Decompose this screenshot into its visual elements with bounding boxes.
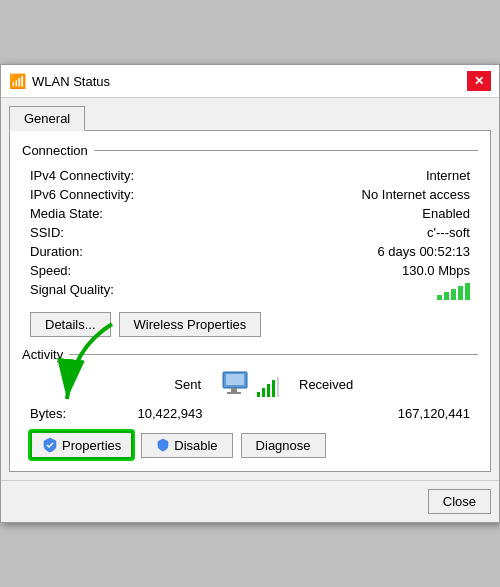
bytes-row: Bytes: 10,422,943 167,120,441 bbox=[22, 404, 478, 423]
activity-section: Activity Sent bbox=[22, 347, 478, 459]
ssid-label: SSID: bbox=[30, 225, 64, 240]
svg-rect-6 bbox=[267, 384, 270, 397]
details-button[interactable]: Details... bbox=[30, 312, 111, 337]
diagnose-button[interactable]: Diagnose bbox=[241, 433, 326, 458]
connection-buttons-row: Details... Wireless Properties bbox=[22, 312, 478, 337]
speed-value: 130.0 Mbps bbox=[402, 263, 470, 278]
ipv6-row: IPv6 Connectivity: No Internet access bbox=[22, 185, 478, 204]
connection-section-title: Connection bbox=[22, 143, 478, 158]
bar-1 bbox=[437, 295, 442, 300]
tab-bar: General bbox=[1, 98, 499, 130]
ssid-row: SSID: c'---soft bbox=[22, 223, 478, 242]
tab-general[interactable]: General bbox=[9, 106, 85, 131]
connection-info-table: IPv4 Connectivity: Internet IPv6 Connect… bbox=[22, 166, 478, 302]
computer-left-icon bbox=[221, 370, 253, 398]
svg-rect-8 bbox=[277, 377, 279, 397]
duration-value: 6 days 00:52:13 bbox=[377, 244, 470, 259]
activity-icon-row: Sent bbox=[22, 370, 478, 398]
speed-label: Speed: bbox=[30, 263, 71, 278]
sent-bytes-value: 10,422,943 bbox=[80, 406, 260, 421]
svg-rect-5 bbox=[262, 388, 265, 397]
window-title: WLAN Status bbox=[32, 74, 110, 89]
properties-btn-label: Properties bbox=[62, 438, 121, 453]
bottom-buttons-row: Properties Disable Diagnose bbox=[22, 431, 478, 459]
svg-rect-1 bbox=[226, 374, 244, 385]
signal-quality-value bbox=[437, 282, 470, 300]
received-bytes-value: 167,120,441 bbox=[290, 406, 470, 421]
signal-icon: 📶 bbox=[9, 73, 26, 89]
svg-rect-7 bbox=[272, 380, 275, 397]
bar-3 bbox=[451, 289, 456, 300]
ipv4-label: IPv4 Connectivity: bbox=[30, 168, 134, 183]
media-state-value: Enabled bbox=[422, 206, 470, 221]
media-state-label: Media State: bbox=[30, 206, 103, 221]
signal-bars-network-icon bbox=[257, 376, 279, 398]
signal-quality-row: Signal Quality: bbox=[22, 280, 478, 302]
ipv6-value: No Internet access bbox=[362, 187, 470, 202]
footer: Close bbox=[1, 480, 499, 522]
duration-label: Duration: bbox=[30, 244, 83, 259]
bar-4 bbox=[458, 286, 463, 300]
signal-quality-label: Signal Quality: bbox=[30, 282, 114, 300]
ipv4-value: Internet bbox=[426, 168, 470, 183]
title-bar-left: 📶 WLAN Status bbox=[9, 73, 110, 89]
title-bar: 📶 WLAN Status ✕ bbox=[1, 65, 499, 98]
svg-rect-3 bbox=[227, 392, 241, 394]
ssid-value: c'---soft bbox=[427, 225, 470, 240]
activity-bytes-wrapper: Bytes: 10,422,943 167,120,441 bbox=[22, 404, 478, 423]
properties-button[interactable]: Properties bbox=[30, 431, 133, 459]
signal-bars bbox=[437, 282, 470, 300]
media-state-row: Media State: Enabled bbox=[22, 204, 478, 223]
properties-btn-container: Properties bbox=[30, 431, 133, 459]
close-window-button[interactable]: ✕ bbox=[467, 71, 491, 91]
bar-5 bbox=[465, 283, 470, 300]
received-label: Received bbox=[291, 377, 478, 392]
speed-row: Speed: 130.0 Mbps bbox=[22, 261, 478, 280]
svg-rect-2 bbox=[231, 388, 237, 392]
activity-section-title: Activity bbox=[22, 347, 478, 362]
disable-btn-label: Disable bbox=[174, 438, 217, 453]
network-computers-graphic bbox=[221, 370, 279, 398]
sent-label: Sent bbox=[22, 377, 209, 392]
bar-2 bbox=[444, 292, 449, 300]
ipv4-row: IPv4 Connectivity: Internet bbox=[22, 166, 478, 185]
close-button[interactable]: Close bbox=[428, 489, 491, 514]
wireless-properties-button[interactable]: Wireless Properties bbox=[119, 312, 262, 337]
disable-button[interactable]: Disable bbox=[141, 433, 232, 458]
bytes-label: Bytes: bbox=[30, 406, 80, 421]
shield-icon bbox=[42, 437, 58, 453]
shield-disable-icon bbox=[156, 438, 170, 452]
svg-rect-4 bbox=[257, 392, 260, 397]
ipv6-label: IPv6 Connectivity: bbox=[30, 187, 134, 202]
main-content: Connection IPv4 Connectivity: Internet I… bbox=[9, 130, 491, 472]
duration-row: Duration: 6 days 00:52:13 bbox=[22, 242, 478, 261]
wlan-status-window: 📶 WLAN Status ✕ General Connection IPv4 … bbox=[0, 64, 500, 523]
